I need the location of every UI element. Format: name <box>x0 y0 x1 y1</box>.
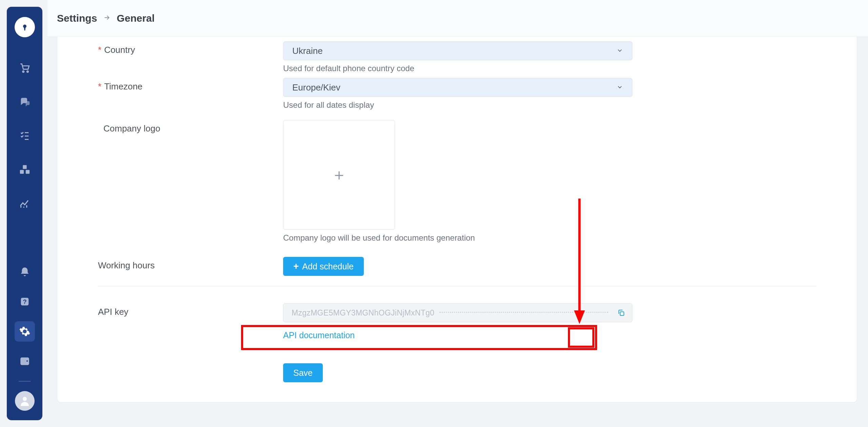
api-key-value: MzgzMGE5MGY3MGNhOGJiNjMxNTg0 <box>292 308 434 318</box>
keyhole-icon <box>20 22 30 32</box>
svg-text:?: ? <box>23 298 26 305</box>
required-indicator: * <box>98 45 101 55</box>
boxes-icon <box>19 164 31 175</box>
svg-point-8 <box>23 397 27 401</box>
gear-icon <box>19 326 31 337</box>
chevron-down-icon <box>616 46 623 56</box>
plus-icon: ＋ <box>331 164 347 185</box>
help-timezone: Used for all dates display <box>283 100 632 110</box>
svg-rect-9 <box>620 312 624 316</box>
row-company-logo: Company logo ＋ Company logo will be used… <box>98 110 816 243</box>
help-country: Used for default phone country code <box>283 64 632 73</box>
select-timezone-value: Europe/Kiev <box>292 82 340 93</box>
copy-icon <box>617 309 625 317</box>
svg-rect-5 <box>25 170 29 174</box>
page-header: Settings General <box>47 0 868 37</box>
settings-general-card: * Country Ukraine Used for default phone… <box>57 37 857 403</box>
nav-wallet[interactable] <box>15 351 35 371</box>
api-key-field[interactable]: MzgzMGE5MGY3MGNhOGJiNjMxNTg0 <box>283 303 632 322</box>
select-country[interactable]: Ukraine <box>283 41 632 60</box>
breadcrumb-current: General <box>117 13 155 24</box>
breadcrumb-parent[interactable]: Settings <box>57 13 97 24</box>
add-schedule-button[interactable]: + Add schedule <box>283 257 364 276</box>
wallet-icon <box>19 355 31 367</box>
nav-help[interactable]: ? <box>15 291 35 312</box>
select-timezone[interactable]: Europe/Kiev <box>283 78 632 97</box>
bell-icon <box>19 266 31 278</box>
svg-rect-4 <box>20 170 23 174</box>
svg-point-2 <box>27 71 28 72</box>
checklist-icon <box>19 130 31 141</box>
svg-rect-3 <box>23 165 26 169</box>
add-schedule-label: Add schedule <box>302 262 354 271</box>
nav-inventory[interactable] <box>15 159 35 180</box>
cart-icon <box>19 62 31 74</box>
required-indicator: * <box>98 81 101 92</box>
row-country: * Country Ukraine Used for default phone… <box>98 37 816 73</box>
nav-settings[interactable] <box>15 321 35 342</box>
chevron-down-icon <box>616 82 623 93</box>
row-save: Save <box>98 340 816 382</box>
save-button-label: Save <box>293 368 313 378</box>
user-avatar[interactable] <box>15 391 35 411</box>
help-company-logo: Company logo will be used for documents … <box>283 233 632 243</box>
nav-tasks[interactable] <box>15 125 35 146</box>
plus-icon: + <box>293 262 299 271</box>
label-country: Country <box>104 45 135 55</box>
select-country-value: Ukraine <box>292 46 323 56</box>
nav-analytics[interactable] <box>15 193 35 214</box>
copy-api-key-button[interactable] <box>616 308 626 318</box>
label-api-key: API key <box>98 307 129 317</box>
nav-chats[interactable] <box>15 92 35 112</box>
sidebar-divider <box>19 381 31 382</box>
api-key-masked-portion <box>439 308 608 318</box>
nav-orders[interactable] <box>15 58 35 78</box>
row-timezone: * Timezone Europe/Kiev Used for all date… <box>98 73 816 110</box>
person-icon <box>19 395 31 407</box>
app-logo[interactable] <box>15 17 35 37</box>
svg-point-1 <box>22 71 24 72</box>
nav-notifications[interactable] <box>15 262 35 282</box>
upload-company-logo[interactable]: ＋ <box>283 120 395 230</box>
sidebar: ? <box>7 7 42 420</box>
help-icon: ? <box>19 296 31 307</box>
label-working-hours: Working hours <box>98 260 155 271</box>
row-working-hours: Working hours + Add schedule <box>98 243 816 276</box>
label-company-logo: Company logo <box>103 123 160 134</box>
save-button[interactable]: Save <box>283 363 323 382</box>
label-timezone: Timezone <box>104 81 142 92</box>
section-divider <box>98 286 816 286</box>
breadcrumb-arrow-icon <box>103 14 111 23</box>
chat-icon <box>19 96 31 107</box>
api-documentation-link[interactable]: API documentation <box>283 330 355 340</box>
analytics-icon <box>19 198 31 209</box>
row-api-key: API key MzgzMGE5MGY3MGNhOGJiNjMxNTg0 API… <box>98 303 816 340</box>
